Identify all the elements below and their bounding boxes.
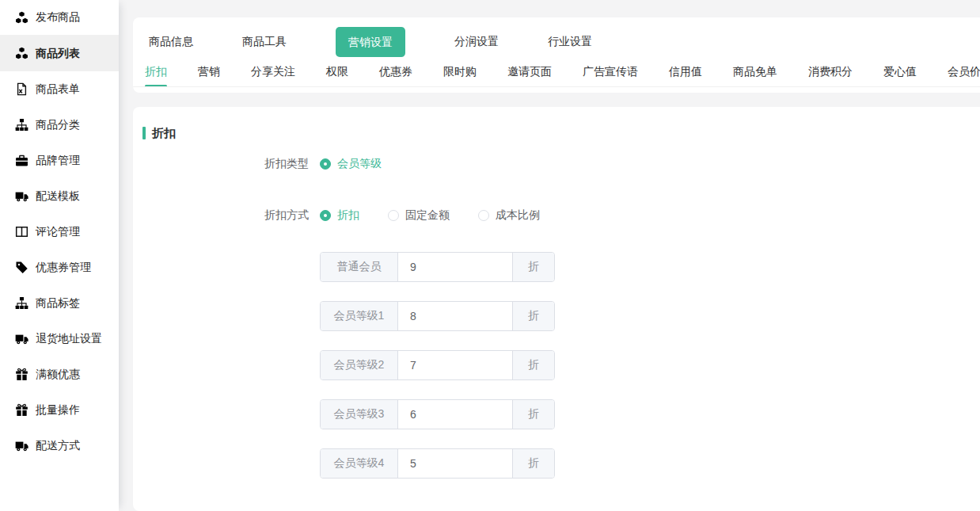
section-accent-bar (142, 127, 146, 139)
level-name-label: 会员等级4 (321, 449, 398, 478)
gift-icon (15, 368, 28, 381)
sidebar-item-product-list[interactable]: 商品列表 (0, 36, 119, 71)
discount-input-group: 会员等级3 折 (320, 399, 555, 429)
briefcase-icon (15, 154, 28, 167)
sidebar-item-label: 退货地址设置 (36, 332, 102, 346)
level-row-level2: 会员等级2 折 (142, 350, 980, 380)
primary-tab-bar: 商品信息 商品工具 营销设置 分润设置 行业设置 (133, 17, 980, 58)
subtab-credit-value[interactable]: 信用值 (669, 58, 702, 86)
level-name-label: 会员等级2 (321, 351, 398, 379)
subtab-share-follow[interactable]: 分享关注 (251, 58, 295, 86)
discount-panel: 折扣 折扣类型 会员等级 折扣方式 折扣 固定金额 (133, 107, 980, 511)
tabs-card: 商品信息 商品工具 营销设置 分润设置 行业设置 折扣 营销 分享关注 权限 优… (133, 17, 980, 93)
unit-label: 折 (512, 253, 554, 281)
sidebar-item-comment-management[interactable]: 评论管理 (0, 214, 119, 250)
level-name-label: 会员等级1 (321, 302, 398, 330)
sidebar-item-label: 商品列表 (36, 47, 80, 61)
sidebar-item-product-category[interactable]: 商品分类 (0, 107, 119, 143)
discount-input-group: 会员等级1 折 (320, 301, 555, 331)
sidebar-item-label: 配送方式 (36, 439, 80, 453)
subtab-invite-page[interactable]: 邀请页面 (507, 58, 552, 86)
sidebar-item-product-tags[interactable]: 商品标签 (0, 285, 119, 321)
subtab-marketing[interactable]: 营销 (198, 58, 220, 86)
sidebar: 发布商品 商品列表 商品表单 商品分类 品牌管理 配送模板 评论管理 优惠券管 (0, 0, 119, 511)
discount-value-input[interactable] (398, 449, 512, 478)
member-level-discount-list: 普通会员 折 会员等级1 折 会员等级2 (142, 252, 980, 479)
discount-type-label: 折扣类型 (142, 157, 309, 171)
sidebar-item-label: 满额优惠 (36, 368, 80, 382)
sidebar-item-publish-product[interactable]: 发布商品 (0, 0, 119, 36)
subtab-love-value[interactable]: 爱心值 (883, 58, 917, 86)
discount-mode-label: 折扣方式 (142, 208, 309, 223)
sidebar-item-product-form[interactable]: 商品表单 (0, 71, 119, 107)
sidebar-item-full-discount[interactable]: 满额优惠 (0, 357, 119, 392)
sidebar-item-brand-management[interactable]: 品牌管理 (0, 143, 119, 178)
file-form-icon (15, 82, 28, 96)
discount-value-input[interactable] (398, 400, 512, 429)
discount-type-row: 折扣类型 会员等级 (142, 157, 980, 171)
sidebar-item-delivery-template[interactable]: 配送模板 (0, 178, 119, 214)
level-row-level3: 会员等级3 折 (142, 399, 980, 429)
radio-label: 成本比例 (496, 208, 540, 223)
sidebar-item-batch-operation[interactable]: 批量操作 (0, 392, 119, 428)
discount-value-input[interactable] (398, 302, 512, 330)
unit-label: 折 (512, 400, 554, 429)
subtab-permission[interactable]: 权限 (326, 58, 348, 86)
gift-icon (15, 403, 28, 417)
sidebar-item-delivery-method[interactable]: 配送方式 (0, 428, 119, 463)
sidebar-item-coupon-management[interactable]: 优惠券管理 (0, 250, 119, 285)
subtab-coupon[interactable]: 优惠券 (379, 58, 412, 86)
main-area: 商品信息 商品工具 营销设置 分润设置 行业设置 折扣 营销 分享关注 权限 优… (119, 0, 980, 511)
radio-icon[interactable] (388, 210, 399, 221)
subtab-ad-slogan[interactable]: 广告宣传语 (583, 58, 638, 86)
level-row-level4: 会员等级4 折 (142, 448, 980, 479)
columns-icon (15, 225, 28, 238)
sidebar-item-label: 商品标签 (36, 296, 80, 311)
tag-icon (15, 261, 28, 274)
sidebar-item-label: 评论管理 (36, 225, 80, 239)
discount-input-group: 会员等级2 折 (320, 350, 555, 380)
tab-profit-settings[interactable]: 分润设置 (454, 35, 499, 49)
truck-icon (15, 332, 28, 345)
radio-member-level[interactable]: 会员等级 (320, 157, 382, 171)
subtab-discount[interactable]: 折扣 (145, 58, 167, 86)
tab-product-tools[interactable]: 商品工具 (242, 35, 287, 49)
sidebar-item-label: 批量操作 (36, 403, 80, 418)
sidebar-item-return-address[interactable]: 退货地址设置 (0, 321, 119, 357)
truck-icon (15, 439, 28, 452)
sitemap-icon (15, 296, 28, 310)
level-row-normal-member: 普通会员 折 (142, 252, 980, 282)
app-window: 发布商品 商品列表 商品表单 商品分类 品牌管理 配送模板 评论管理 优惠券管 (0, 0, 980, 511)
subtab-free-order[interactable]: 商品免单 (733, 58, 777, 86)
cubes-icon (15, 11, 28, 25)
section-title-text: 折扣 (152, 126, 176, 141)
tab-industry-settings[interactable]: 行业设置 (548, 35, 592, 49)
level-name-label: 普通会员 (321, 253, 398, 281)
subtab-consume-points[interactable]: 消费积分 (808, 58, 853, 86)
subtab-flash-sale[interactable]: 限时购 (443, 58, 477, 86)
discount-mode-row: 折扣方式 折扣 固定金额 成本比例 (142, 208, 980, 223)
subtab-member-price[interactable]: 会员价 (948, 58, 980, 86)
level-name-label: 会员等级3 (321, 400, 398, 429)
unit-label: 折 (512, 302, 554, 330)
tab-product-info[interactable]: 商品信息 (149, 35, 193, 49)
radio-fixed-amount[interactable]: 固定金额 (388, 208, 450, 223)
level-row-level1: 会员等级1 折 (142, 301, 980, 331)
radio-cost-ratio[interactable]: 成本比例 (478, 208, 540, 223)
sidebar-item-label: 商品分类 (36, 118, 80, 132)
discount-value-input[interactable] (398, 351, 512, 379)
secondary-tab-bar: 折扣 营销 分享关注 权限 优惠券 限时购 邀请页面 广告宣传语 信用值 商品免… (133, 58, 980, 87)
sidebar-item-label: 优惠券管理 (36, 261, 91, 275)
radio-label: 折扣 (337, 208, 359, 223)
truck-icon (15, 189, 28, 203)
radio-discount[interactable]: 折扣 (320, 208, 359, 223)
radio-icon[interactable] (478, 210, 489, 221)
discount-input-group: 普通会员 折 (320, 252, 555, 282)
discount-value-input[interactable] (398, 253, 512, 281)
sidebar-item-label: 商品表单 (36, 82, 80, 97)
radio-icon[interactable] (320, 158, 331, 170)
radio-icon[interactable] (320, 210, 331, 221)
tab-marketing-settings[interactable]: 营销设置 (336, 27, 405, 57)
sidebar-item-label: 发布商品 (36, 10, 80, 25)
discount-input-group: 会员等级4 折 (320, 448, 555, 479)
